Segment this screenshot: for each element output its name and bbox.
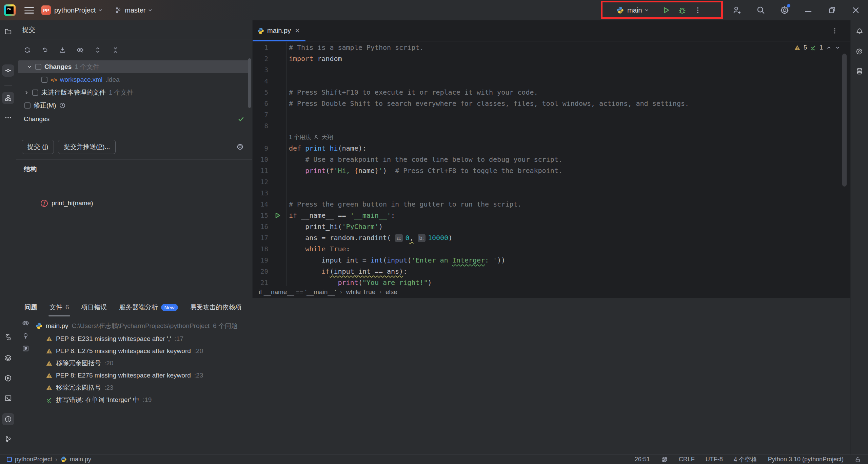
run-configuration-select[interactable]: main <box>616 6 649 14</box>
gutter[interactable]: 3 <box>253 64 287 76</box>
code-row[interactable]: 9def print_hi(name): <box>253 143 850 154</box>
add-user-icon[interactable] <box>732 5 742 15</box>
code-line[interactable] <box>287 188 289 199</box>
code-row[interactable]: 7 <box>253 109 850 120</box>
problem-row[interactable]: PEP 8: E275 missing whitespace after key… <box>46 369 203 382</box>
code-line[interactable]: if(input_int == ans): <box>287 266 407 277</box>
breadcrumb[interactable]: if __name__ == '__main__'›while True›els… <box>253 286 850 297</box>
commit-button[interactable]: 提交 (I) <box>22 140 54 154</box>
problems-tab[interactable]: 文件6 <box>50 298 69 316</box>
gutter[interactable]: 19 <box>253 255 287 266</box>
gutter[interactable]: 1 <box>253 42 287 53</box>
structure-panel-title[interactable]: 结构 <box>16 159 252 178</box>
history-clock-icon[interactable] <box>59 102 66 109</box>
code-row[interactable]: 15if __name__ == '__main__': <box>253 210 850 221</box>
close-icon[interactable] <box>851 5 861 15</box>
chevron-collapsed-icon[interactable] <box>24 90 29 95</box>
caret-position[interactable]: 26:51 <box>635 456 650 463</box>
code-line[interactable]: # Press Double Shift to search everywher… <box>287 98 689 109</box>
breadcrumb-item[interactable]: else <box>386 288 397 296</box>
code-row[interactable]: 16 print_hi('PyCharm') <box>253 221 850 232</box>
tree-row-changes[interactable]: Changes 1 个文件 <box>18 60 251 73</box>
prev-problem-icon[interactable] <box>826 45 832 51</box>
gutter[interactable]: 5 <box>253 87 287 98</box>
code-row[interactable]: 1# This is a sample Python script. <box>253 42 850 53</box>
commit-and-push-button[interactable]: 提交并推送(P)... <box>58 140 116 154</box>
code-row[interactable]: 12 <box>253 176 850 188</box>
editor-scrollbar[interactable] <box>842 54 847 187</box>
encoding[interactable]: UTF-8 <box>706 456 723 463</box>
tree-row-unversioned[interactable]: 未进行版本管理的文件 1 个文件 <box>16 86 252 99</box>
problem-row[interactable]: 移除冗余圆括号:23 <box>46 382 203 394</box>
sidebar-item-python-console[interactable] <box>2 331 14 343</box>
code-row[interactable]: 2import random <box>253 53 850 64</box>
tree-row-file[interactable]: </> workspace.xml .idea <box>16 73 252 86</box>
problems-tab[interactable]: 服务器端分析New <box>119 298 178 316</box>
problem-row[interactable]: 移除冗余圆括号:20 <box>46 357 203 369</box>
gutter[interactable]: 6 <box>253 98 287 109</box>
changes-checkbox[interactable] <box>35 64 41 70</box>
run-button[interactable] <box>662 6 670 15</box>
code-inlay-row[interactable]: 1 个用法 天翔 <box>253 132 850 143</box>
gutter[interactable]: 20 <box>253 266 287 277</box>
gutter[interactable]: 14 <box>253 199 287 210</box>
inspection-widget[interactable]: 5 1 <box>794 44 841 51</box>
code-line[interactable] <box>287 120 289 132</box>
file-checkbox[interactable] <box>41 77 47 83</box>
interpreter[interactable]: Python 3.10 (pythonProject) <box>768 456 844 463</box>
rollback-button[interactable] <box>39 44 50 55</box>
code-row[interactable]: 10 # Use a breakpoint in the code line b… <box>253 154 850 165</box>
refresh-button[interactable] <box>22 44 33 55</box>
sidebar-item-commit[interactable] <box>2 64 14 77</box>
run-line-icon[interactable] <box>273 211 281 219</box>
gutter[interactable]: 21 <box>253 277 287 286</box>
code-line[interactable]: def print_hi(name): <box>287 143 367 154</box>
tree-scrollbar[interactable] <box>248 58 251 108</box>
code-row[interactable]: 4 <box>253 76 850 87</box>
gutter[interactable]: 8 <box>253 120 287 132</box>
code-line[interactable]: if __name__ == '__main__': <box>287 210 395 221</box>
code-line[interactable]: # This is a sample Python script. <box>287 42 423 53</box>
commit-panel-title[interactable]: 提交 <box>16 20 252 39</box>
code-line[interactable]: print_hi('PyCharm') <box>287 221 383 232</box>
main-menu-icon[interactable] <box>24 5 34 15</box>
search-icon[interactable] <box>756 5 766 15</box>
gutter[interactable]: 4 <box>253 76 287 87</box>
code-row[interactable]: 21 print("You are right!") <box>253 277 850 286</box>
sidebar-item-more[interactable] <box>2 112 14 124</box>
code-line[interactable]: # Use a breakpoint in the code line belo… <box>287 154 563 165</box>
vcs-branch-widget[interactable]: master <box>115 6 153 14</box>
sidebar-item-git[interactable] <box>2 433 14 445</box>
collapse-all-button[interactable] <box>110 44 121 55</box>
project-name[interactable]: pythonProject <box>54 6 96 14</box>
code-row[interactable]: 19 input_int = int(input('Enter an Inter… <box>253 255 850 266</box>
gutter[interactable] <box>253 132 287 143</box>
view-options-icon[interactable] <box>75 44 85 55</box>
code-line[interactable]: import random <box>287 53 342 64</box>
code-line[interactable]: ans = random.randint( a:0, b:10000) <box>287 232 452 244</box>
code-row[interactable]: 18 while True: <box>253 244 850 255</box>
highlight-level-icon[interactable] <box>661 456 668 463</box>
code-row[interactable]: 20 if(input_int == ans): <box>253 266 850 277</box>
code-line[interactable] <box>287 64 289 76</box>
amend-checkbox[interactable] <box>24 102 31 109</box>
sidebar-item-ai-assistant[interactable] <box>853 45 866 58</box>
commit-options-gear-icon[interactable] <box>236 143 244 151</box>
sidebar-item-structure[interactable] <box>2 92 14 104</box>
gutter[interactable]: 13 <box>253 188 287 199</box>
code-line[interactable] <box>287 76 289 87</box>
gutter[interactable]: 7 <box>253 109 287 120</box>
preview-eye-icon[interactable] <box>22 319 29 327</box>
sidebar-item-project[interactable] <box>2 25 14 38</box>
line-ending[interactable]: CRLF <box>679 456 695 463</box>
code-line[interactable]: print(f'Hi, {name}') # Press Ctrl+F8 to … <box>287 165 563 176</box>
sidebar-item-notifications[interactable] <box>853 25 866 38</box>
code-line[interactable]: # Press the green button in the gutter t… <box>287 199 521 210</box>
gutter[interactable]: 11 <box>253 165 287 176</box>
code-row[interactable]: 8 <box>253 120 850 132</box>
preview-source-icon[interactable] <box>22 345 29 352</box>
problem-row[interactable]: PEP 8: E231 missing whitespace after ','… <box>46 333 203 345</box>
sidebar-item-services[interactable] <box>2 372 14 384</box>
code-row[interactable]: 6# Press Double Shift to search everywhe… <box>253 98 850 109</box>
gutter[interactable]: 17 <box>253 232 287 244</box>
